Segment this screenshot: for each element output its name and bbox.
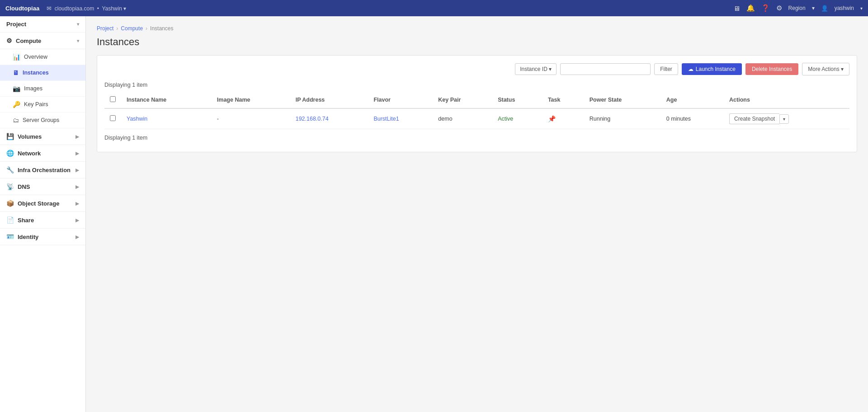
sidebar-item-keypairs-label: Key Pairs xyxy=(24,101,48,108)
overview-icon: 📊 xyxy=(13,53,20,61)
sidebar-compute-header[interactable]: ⚙ Compute ▾ xyxy=(0,33,85,49)
table-container: Instance ID ▾ Filter ☁ Launch Instance D… xyxy=(97,55,857,152)
region-selector[interactable]: Region xyxy=(788,5,806,11)
delete-instances-button[interactable]: Delete Instances xyxy=(745,63,798,75)
row-key-pair: demo xyxy=(433,108,492,129)
filter-dropdown-label: Instance ID ▾ xyxy=(520,66,552,72)
sidebar-network-chevron: ▶ xyxy=(75,151,79,156)
filter-dropdown[interactable]: Instance ID ▾ xyxy=(515,63,557,75)
sidebar-item-key-pairs[interactable]: 🔑 Key Pairs xyxy=(0,97,85,112)
help-icon[interactable]: ❓ xyxy=(761,4,770,12)
servergroups-icon: 🗂 xyxy=(13,117,19,124)
more-actions-button[interactable]: More Actions ▾ xyxy=(802,63,849,75)
instances-table: Instance Name Image Name IP Address Flav… xyxy=(104,92,849,129)
images-icon: 📷 xyxy=(13,85,20,92)
launch-instance-button[interactable]: ☁ Launch Instance xyxy=(682,63,742,75)
page-title: Instances xyxy=(97,36,857,48)
topnav-monitor-icon: ✉ xyxy=(47,5,52,12)
snapshot-dropdown-button[interactable]: ▾ xyxy=(779,114,789,124)
keypairs-icon: 🔑 xyxy=(13,101,20,108)
create-snapshot-button[interactable]: Create Snapshot xyxy=(729,113,779,124)
sidebar-compute-label: Compute xyxy=(16,37,41,44)
sidebar-object-storage-header[interactable]: 📦 Object Storage ▶ xyxy=(0,195,85,212)
sidebar-item-instances-label: Instances xyxy=(23,70,49,76)
breadcrumb-compute[interactable]: Compute xyxy=(121,25,143,32)
sidebar-network-header[interactable]: 🌐 Network ▶ xyxy=(0,145,85,162)
main-content: Project › Compute › Instances Instances … xyxy=(86,16,868,412)
sidebar-identity-chevron: ▶ xyxy=(75,234,79,239)
filter-input[interactable] xyxy=(560,63,651,75)
row-flavor: BurstLite1 xyxy=(368,108,433,129)
row-checkbox xyxy=(104,108,121,129)
volumes-icon: 💾 xyxy=(6,133,14,140)
topnav-breadcrumb: ✉ cloudtopiaa.com • Yashwin ▾ xyxy=(47,5,126,12)
brand-logo: Cloudtopiaa xyxy=(5,5,39,12)
ip-address-link[interactable]: 192.168.0.74 xyxy=(296,116,329,122)
sidebar-item-instances[interactable]: 🖥 Instances xyxy=(0,65,85,81)
sidebar-infra-chevron: ▶ xyxy=(75,168,79,173)
monitor-icon[interactable]: 🖥 xyxy=(733,5,740,12)
sidebar-item-images-label: Images xyxy=(24,85,42,92)
user-icon: 👤 xyxy=(821,5,828,12)
sidebar-object-storage-label: Object Storage xyxy=(18,200,59,207)
breadcrumb: Project › Compute › Instances xyxy=(97,25,857,32)
user-label[interactable]: yashwin xyxy=(835,5,854,11)
sidebar-compute-chevron: ▾ xyxy=(77,38,79,43)
sidebar-share-chevron: ▶ xyxy=(75,218,79,223)
sidebar-share-label: Share xyxy=(18,217,34,224)
row-select-checkbox[interactable] xyxy=(110,115,116,121)
table-header: Instance Name Image Name IP Address Flav… xyxy=(104,92,849,108)
flavor-link[interactable]: BurstLite1 xyxy=(373,116,399,122)
table-toolbar: Instance ID ▾ Filter ☁ Launch Instance D… xyxy=(104,63,849,75)
share-icon: 📄 xyxy=(6,216,14,224)
col-status: Status xyxy=(492,92,542,108)
row-age: 0 minutes xyxy=(661,108,724,129)
table-body: Yashwin - 192.168.0.74 BurstLite1 demo A… xyxy=(104,108,849,129)
row-actions: Create Snapshot ▾ xyxy=(724,108,849,129)
instance-name-link[interactable]: Yashwin xyxy=(127,116,147,122)
compute-icon: ⚙ xyxy=(6,37,12,44)
sidebar-identity-label: Identity xyxy=(18,234,38,240)
row-image-name: - xyxy=(212,108,290,129)
breadcrumb-project[interactable]: Project xyxy=(97,25,113,32)
filter-button[interactable]: Filter xyxy=(654,63,678,75)
row-task: 📌 xyxy=(542,108,584,129)
status-badge: Active xyxy=(498,116,513,122)
sidebar-volumes-header[interactable]: 💾 Volumes ▶ xyxy=(0,128,85,145)
topnav-project-chevron[interactable]: ▾ xyxy=(123,5,126,12)
launch-instance-label: Launch Instance xyxy=(696,66,736,72)
object-storage-icon: 📦 xyxy=(6,200,14,207)
sidebar-infra-header[interactable]: 🔧 Infra Orchestration ▶ xyxy=(0,162,85,178)
settings-icon[interactable]: ⚙ xyxy=(776,4,782,12)
col-image-name: Image Name xyxy=(212,92,290,108)
sidebar-object-storage-chevron: ▶ xyxy=(75,201,79,206)
launch-cloud-icon: ☁ xyxy=(688,66,693,72)
topnav-left: Cloudtopiaa ✉ cloudtopiaa.com • Yashwin … xyxy=(5,5,126,12)
task-pin-icon: 📌 xyxy=(548,115,556,122)
sidebar-volumes-label: Volumes xyxy=(18,133,42,140)
sidebar-identity-header[interactable]: 🪪 Identity ▶ xyxy=(0,229,85,245)
sidebar-item-server-groups[interactable]: 🗂 Server Groups xyxy=(0,112,85,128)
sidebar-project-label: Project xyxy=(6,21,26,28)
sidebar-item-overview[interactable]: 📊 Overview xyxy=(0,49,85,65)
header-checkbox-col xyxy=(104,92,121,108)
row-status: Active xyxy=(492,108,542,129)
dns-icon: 📡 xyxy=(6,183,14,190)
sidebar-item-images[interactable]: 📷 Images xyxy=(0,81,85,97)
sidebar-share-header[interactable]: 📄 Share ▶ xyxy=(0,212,85,229)
bell-icon[interactable]: 🔔 xyxy=(746,4,755,12)
display-count-bottom: Displaying 1 item xyxy=(104,135,849,141)
sidebar-project-chevron: ▾ xyxy=(77,22,79,27)
sidebar-dns-header[interactable]: 📡 DNS ▶ xyxy=(0,178,85,195)
table-row: Yashwin - 192.168.0.74 BurstLite1 demo A… xyxy=(104,108,849,129)
col-ip-address: IP Address xyxy=(290,92,368,108)
select-all-checkbox[interactable] xyxy=(110,96,116,102)
snapshot-action-group: Create Snapshot ▾ xyxy=(729,113,844,124)
col-flavor: Flavor xyxy=(368,92,433,108)
sidebar-project-header[interactable]: Project ▾ xyxy=(0,16,85,33)
sidebar-network-label: Network xyxy=(18,150,41,157)
more-actions-label: More Actions ▾ xyxy=(808,66,844,72)
infra-icon: 🔧 xyxy=(6,166,14,173)
sidebar-dns-label: DNS xyxy=(18,183,30,190)
layout: Project ▾ ⚙ Compute ▾ 📊 Overview 🖥 Insta… xyxy=(0,16,868,412)
